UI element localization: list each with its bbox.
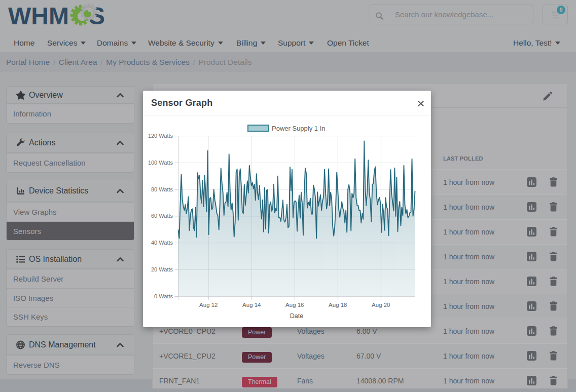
svg-text:40 Watts: 40 Watts bbox=[151, 240, 173, 246]
svg-text:WHM: WHM bbox=[8, 3, 69, 28]
svg-text:100 Watts: 100 Watts bbox=[148, 160, 173, 166]
svg-text:20 Watts: 20 Watts bbox=[151, 266, 173, 272]
svg-text:0 Watts: 0 Watts bbox=[154, 293, 173, 299]
svg-text:Aug 12: Aug 12 bbox=[199, 302, 218, 308]
svg-text:Aug 20: Aug 20 bbox=[372, 302, 390, 308]
svg-text:Power Supply 1 In: Power Supply 1 In bbox=[272, 125, 326, 132]
svg-text:Aug 18: Aug 18 bbox=[329, 302, 347, 308]
svg-text:60 Watts: 60 Watts bbox=[151, 213, 173, 219]
svg-text:Aug 16: Aug 16 bbox=[285, 302, 304, 308]
svg-text:Date: Date bbox=[290, 312, 303, 320]
svg-text:Aug 14: Aug 14 bbox=[242, 302, 261, 308]
svg-text:120 Watts: 120 Watts bbox=[148, 133, 173, 139]
svg-text:80 Watts: 80 Watts bbox=[151, 186, 173, 192]
